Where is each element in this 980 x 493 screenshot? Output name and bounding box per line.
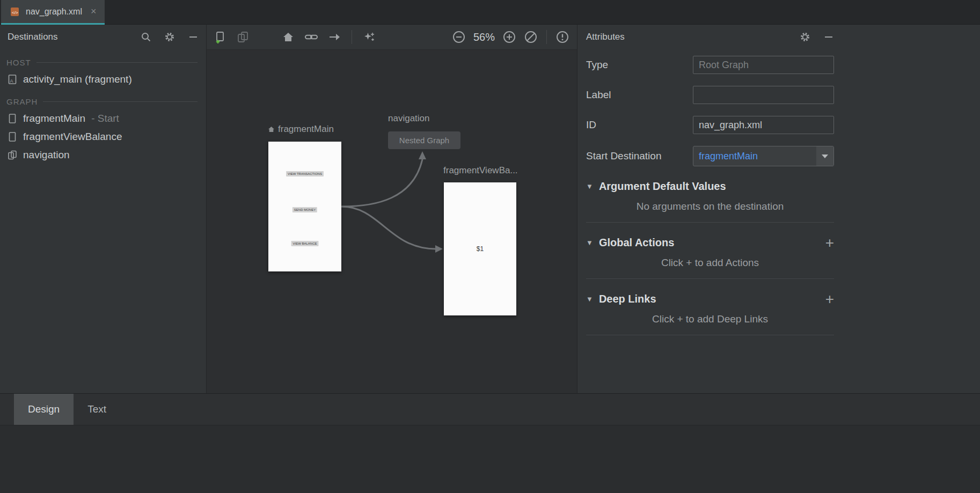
svg-text:</>: </> — [12, 10, 18, 14]
editor-bottom-area: Design Text — [0, 393, 980, 493]
new-destination-icon[interactable] — [214, 31, 227, 44]
minimize-icon[interactable] — [188, 32, 199, 42]
preview-button: SEND MONEY — [292, 207, 317, 212]
host-section-label: HOST — [6, 58, 198, 67]
preview-button: VIEW TRANSACTIONS — [286, 171, 324, 176]
add-global-action-button[interactable]: + — [825, 238, 834, 248]
chevron-down-icon — [822, 154, 828, 158]
destinations-panel-header: Destinations — [0, 25, 206, 49]
tab-text[interactable]: Text — [74, 394, 120, 425]
type-field-row: Type — [586, 56, 834, 74]
label-label: Label — [586, 89, 611, 101]
start-destination-suffix: - Start — [91, 113, 119, 124]
id-label: ID — [586, 119, 596, 131]
auto-arrange-icon[interactable] — [363, 31, 376, 43]
id-field[interactable] — [693, 116, 834, 134]
section-deep-links[interactable]: ▼ Deep Links + — [586, 293, 834, 305]
type-field[interactable] — [693, 56, 834, 74]
start-destination-value: fragmentMain — [699, 151, 758, 162]
nested-graph-icon — [8, 150, 17, 160]
nested-graph-chip[interactable]: Nested Graph — [388, 131, 460, 149]
zoom-in-icon[interactable] — [502, 30, 516, 44]
collapse-triangle-icon: ▼ — [586, 182, 593, 190]
fragment-icon — [8, 131, 17, 142]
editor-tab-bar: </> nav_graph.xml × — [0, 0, 980, 25]
nav-action-arrows — [207, 50, 577, 393]
start-destination-label: Start Destination — [586, 150, 661, 162]
gear-icon[interactable] — [164, 32, 175, 42]
label-field-row: Label — [586, 86, 834, 104]
minimize-icon[interactable] — [823, 32, 834, 42]
navigation-canvas-label[interactable]: navigation — [388, 113, 430, 124]
start-destination-dropdown[interactable]: fragmentMain — [693, 146, 834, 166]
destination-item-fragment-main[interactable]: fragmentMain - Start — [0, 109, 206, 128]
fragment-view-balance-preview[interactable]: $1 — [444, 182, 516, 315]
add-deep-link-button[interactable]: + — [825, 294, 834, 305]
destination-item-fragment-view-balance[interactable]: fragmentViewBalance — [0, 128, 206, 146]
section-divider — [586, 278, 834, 279]
destination-item-label: activity_main (fragment) — [23, 73, 132, 85]
canvas-toolbar: 56% — [207, 25, 577, 50]
tab-design[interactable]: Design — [14, 394, 74, 425]
collapse-triangle-icon: ▼ — [586, 295, 593, 303]
toolbar-separator — [546, 30, 547, 44]
nav-editor-surface: 56% — [207, 25, 577, 393]
destinations-panel: Destinations HOST A activity_main (fragm… — [0, 25, 207, 393]
preview-button: VIEW BALANCE — [291, 241, 318, 246]
preview-text: $1 — [477, 245, 484, 253]
zoom-level: 56% — [473, 31, 495, 43]
link-icon[interactable] — [304, 31, 318, 43]
label-field[interactable] — [693, 86, 834, 104]
section-divider — [586, 335, 834, 335]
gear-icon[interactable] — [800, 32, 810, 42]
svg-text:A: A — [10, 78, 13, 84]
file-tab-nav-graph[interactable]: </> nav_graph.xml × — [1, 0, 105, 25]
collapse-triangle-icon: ▼ — [586, 239, 593, 247]
fragment-icon — [8, 113, 17, 124]
destination-item-activity-main[interactable]: A activity_main (fragment) — [0, 70, 206, 89]
destination-item-label: navigation — [23, 149, 70, 161]
graph-section-label: GRAPH — [6, 97, 198, 106]
start-home-icon — [268, 126, 275, 133]
zoom-out-icon[interactable] — [452, 30, 466, 44]
destination-item-label: fragmentMain — [23, 113, 85, 124]
id-field-row: ID — [586, 116, 834, 134]
new-nested-graph-icon[interactable] — [237, 31, 250, 43]
home-icon[interactable] — [282, 31, 295, 43]
search-icon[interactable] — [141, 32, 151, 42]
mode-tab-strip: Design Text — [0, 394, 980, 425]
section-global-actions[interactable]: ▼ Global Actions + — [586, 237, 834, 249]
arguments-helper-text: No arguments on the destination — [586, 201, 834, 212]
fragment-main-preview[interactable]: VIEW TRANSACTIONS SEND MONEY VIEW BALANC… — [268, 142, 341, 271]
deep-links-helper-text: Click + to add Deep Links — [586, 313, 834, 325]
destination-item-navigation[interactable]: navigation — [0, 146, 206, 164]
activity-icon: A — [8, 74, 17, 85]
fragment-main-canvas-label[interactable]: fragmentMain — [268, 124, 334, 135]
toolbar-separator — [352, 30, 352, 44]
type-label: Type — [586, 59, 608, 71]
start-destination-row: Start Destination fragmentMain — [586, 146, 834, 166]
nav-graph-canvas[interactable]: fragmentMain VIEW TRANSACTIONS SEND MONE… — [207, 50, 577, 393]
error-indicator-icon[interactable] — [555, 30, 569, 44]
fragment-view-balance-canvas-label[interactable]: fragmentViewBa... — [443, 165, 518, 176]
global-actions-helper-text: Click + to add Actions — [586, 257, 834, 269]
zoom-to-fit-icon[interactable] — [524, 30, 538, 44]
destinations-panel-title: Destinations — [8, 32, 58, 42]
section-argument-default-values[interactable]: ▼ Argument Default Values — [586, 180, 834, 193]
destination-item-label: fragmentViewBalance — [23, 131, 122, 143]
section-divider — [586, 222, 834, 223]
android-studio-window: </> nav_graph.xml × Destinations HOST — [0, 0, 980, 493]
file-tab-title: nav_graph.xml — [26, 7, 82, 17]
attributes-panel: Attributes Type Label — [577, 25, 980, 393]
attributes-panel-title: Attributes — [586, 32, 625, 42]
xml-file-icon: </> — [10, 6, 20, 17]
attributes-panel-header: Attributes — [586, 25, 834, 49]
action-arrow-icon[interactable] — [328, 31, 341, 43]
close-tab-icon[interactable]: × — [91, 6, 97, 17]
dropdown-arrow-button — [816, 146, 833, 166]
